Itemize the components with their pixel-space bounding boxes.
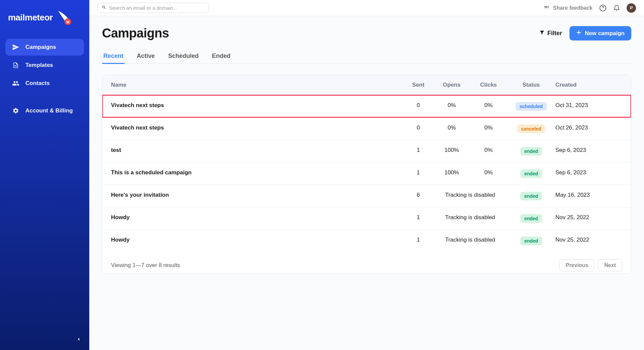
search-icon [102,5,106,11]
campaign-status: ended [507,192,555,200]
table-row[interactable]: This is a scheduled campaign1100%0%ended… [102,162,631,185]
campaign-sent: 1 [403,237,433,245]
results-text: Viewing 1—7 over 8 results [111,262,180,269]
brand-name: mailmeteor [8,12,53,23]
status-badge: ended [520,169,542,178]
tracking-disabled-text: Tracking is disabled [433,192,507,200]
table-row[interactable]: Howdy1Tracking is disabledendedNov 25, 2… [102,207,631,230]
feedback-label: Share feedback [553,5,593,11]
gear-icon [12,107,19,114]
col-clicks: Clicks [470,82,507,88]
previous-button[interactable]: Previous [559,259,595,271]
campaign-clicks: 0% [470,102,507,111]
status-badge: ended [520,147,542,156]
bell-icon[interactable] [613,5,620,11]
svg-rect-3 [15,66,17,67]
table-header: Name Sent Opens Clicks Status Created [102,75,631,95]
table-row[interactable]: Here's your invitation6Tracking is disab… [102,185,631,207]
campaign-name: Howdy [111,214,403,223]
campaign-created: Oct 26, 2023 [555,124,622,133]
main-content: Share feedback P Campaigns [89,0,644,350]
search-input-wrap[interactable] [97,3,209,13]
campaign-sent: 1 [403,214,433,223]
tracking-disabled-text: Tracking is disabled [433,214,507,223]
svg-rect-2 [15,65,17,66]
collapse-sidebar-button[interactable] [74,335,83,344]
table-row[interactable]: test1100%0%endedSep 6, 2023 [102,140,631,162]
campaign-status: scheduled [507,102,555,111]
people-icon [12,80,19,87]
col-status: Status [507,82,555,88]
campaigns-table: Name Sent Opens Clicks Status Created Vi… [102,75,631,274]
status-badge: ended [520,214,542,223]
sidebar-item-templates[interactable]: Templates [5,57,84,74]
page-title: Campaigns [102,26,169,40]
sidebar-item-label: Account & Billing [25,107,73,114]
tracking-disabled-text: Tracking is disabled [433,237,507,245]
campaign-sent: 1 [403,147,433,156]
search-input[interactable] [109,5,205,11]
sidebar: mailmeteor M Campaigns Template [0,0,89,350]
campaign-sent: 6 [403,192,433,200]
share-feedback-button[interactable]: Share feedback [544,4,593,12]
campaign-clicks: 0% [470,169,507,178]
campaign-status: canceled [507,124,555,133]
campaign-sent: 0 [403,124,433,133]
filter-label: Filter [547,30,562,37]
tab-recent[interactable]: Recent [102,50,125,64]
campaign-name: Vivatech next steps [111,102,403,111]
campaign-clicks: 0% [470,147,507,156]
col-name: Name [111,82,403,88]
campaign-created: Sep 6, 2023 [555,147,622,156]
campaign-created: Sep 6, 2023 [555,169,622,178]
megaphone-icon [544,4,550,12]
sidebar-item-account-billing[interactable]: Account & Billing [5,102,84,119]
tab-ended[interactable]: Ended [211,50,232,64]
new-campaign-button[interactable]: New campaign [569,26,631,40]
campaign-sent: 0 [403,102,433,111]
sidebar-item-label: Templates [25,62,53,69]
campaign-created: Nov 25, 2022 [555,237,622,245]
campaign-clicks: 0% [470,124,507,133]
sidebar-item-label: Contacts [25,80,50,87]
campaign-name: Here's your invitation [111,192,403,200]
sidebar-item-label: Campaigns [25,44,56,51]
plus-icon [576,30,581,37]
col-sent: Sent [403,82,433,88]
campaign-name: Howdy [111,237,403,245]
tab-scheduled[interactable]: Scheduled [167,50,200,64]
sidebar-nav: Campaigns Templates Contacts Account & B [0,39,89,119]
table-row[interactable]: Vivatech next steps00%0%canceledOct 26, … [102,117,631,140]
campaign-created: May 16, 2023 [555,192,622,200]
status-badge: ended [520,237,542,245]
campaign-name: This is a scheduled campaign [111,169,403,178]
campaign-status: ended [507,237,555,245]
filter-button[interactable]: Filter [538,27,563,39]
tab-active[interactable]: Active [135,50,156,64]
next-button[interactable]: Next [598,259,622,271]
file-icon [12,62,19,69]
table-row[interactable]: Howdy1Tracking is disabledendedNov 25, 2… [102,230,631,252]
table-row[interactable]: Vivatech next steps00%0%scheduledOct 31,… [102,95,631,117]
meteor-icon: M [56,9,72,25]
sidebar-item-campaigns[interactable]: Campaigns [5,39,84,56]
campaign-opens: 100% [433,169,470,178]
campaign-status: ended [507,147,555,156]
avatar-initial: P [630,5,633,10]
user-avatar[interactable]: P [627,3,636,13]
send-icon [12,43,19,51]
new-campaign-label: New campaign [585,30,625,37]
sidebar-item-contacts[interactable]: Contacts [5,75,84,92]
help-icon[interactable] [599,4,607,12]
col-opens: Opens [433,82,470,88]
campaign-created: Oct 31, 2023 [555,102,622,111]
campaign-name: test [111,147,403,156]
status-badge: canceled [517,124,545,133]
campaign-name: Vivatech next steps [111,124,403,133]
filter-icon [539,30,545,37]
topbar: Share feedback P [89,0,644,16]
campaign-opens: 100% [433,147,470,156]
logo[interactable]: mailmeteor M [0,0,89,39]
campaign-status: ended [507,214,555,223]
campaign-created: Nov 25, 2022 [555,214,622,223]
